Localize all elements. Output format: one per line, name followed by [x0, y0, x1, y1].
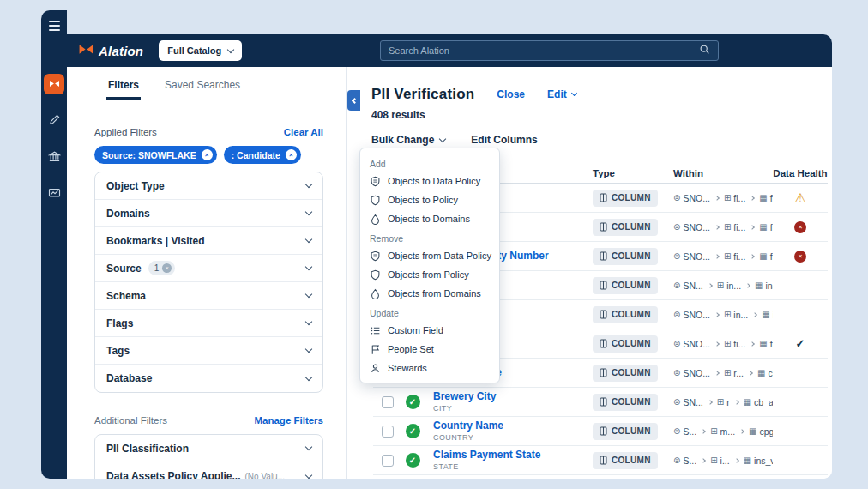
table-row: Social Security NumberCOLUMN⊜SN...⊞fi...… [373, 475, 828, 479]
breadcrumb-item[interactable]: SNO... [683, 193, 710, 203]
breadcrumb-item[interactable]: SNO... [683, 222, 710, 232]
breadcrumb-item[interactable]: S... [683, 426, 696, 437]
menu-item-custom-field[interactable]: Custom Field [360, 321, 499, 340]
within-breadcrumb: ⊜SNO...⊞fi...▦fin... [673, 251, 773, 262]
breadcrumb-item[interactable]: SNO... [683, 339, 710, 349]
menu-item-objects-from-data-policy[interactable]: Objects from Data Policy [360, 246, 499, 265]
row-checkbox[interactable] [382, 396, 394, 408]
breadcrumb-item[interactable]: m... [720, 426, 736, 437]
type-cell: COLUMN [593, 423, 673, 440]
object-name-link[interactable]: Brewery City [433, 391, 593, 403]
object-name-link[interactable]: Claims Payment State [433, 450, 593, 462]
breadcrumb-item[interactable]: i... [720, 456, 730, 466]
remove-filter-icon[interactable]: × [202, 149, 213, 160]
rail-item-governance[interactable] [44, 148, 64, 168]
breadcrumb-item[interactable]: r... [733, 368, 744, 378]
filter-accordion-database[interactable]: Database [95, 365, 322, 392]
breadcrumb-item[interactable]: cpg_... [760, 426, 774, 437]
results-count: 408 results [371, 109, 832, 121]
edit-link[interactable]: Edit [547, 88, 576, 100]
filter-accordion-domains[interactable]: Domains [95, 200, 322, 227]
breadcrumb-item[interactable]: SNO... [683, 368, 710, 378]
menu-item-objects-to-data-policy[interactable]: Objects to Data Policy [360, 172, 499, 190]
tab-filters[interactable]: Filters [106, 75, 141, 100]
applied-filter-chip[interactable]: Source: SNOWFLAKE× [94, 146, 217, 164]
filter-accordion-object-type[interactable]: Object Type [95, 172, 322, 200]
filter-accordion-bookmarks-visited[interactable]: Bookmarks | Visited [95, 227, 322, 255]
full-catalog-button[interactable]: Full Catalog [159, 40, 242, 61]
rail-item-catalog[interactable] [44, 74, 64, 94]
remove-filter-icon[interactable]: × [162, 263, 172, 273]
within-breadcrumb: ⊜S...⊞i...▦ins_vw... [673, 456, 773, 466]
menu-item-label: Objects from Domains [388, 288, 481, 299]
data-policy-icon [370, 176, 381, 187]
menu-item-label: Objects from Data Policy [388, 251, 491, 261]
breadcrumb-item[interactable]: fi... [733, 222, 745, 232]
chevron-right-icon [701, 458, 706, 463]
close-link[interactable]: Close [497, 88, 525, 100]
filter-accordion-data-assets-policy-applie[interactable]: Data Assets Policy Applie...(No Valu... [95, 462, 322, 479]
edit-label: Edit [547, 88, 567, 100]
search-icon[interactable] [699, 43, 710, 58]
remove-filter-icon[interactable]: × [286, 149, 297, 160]
chevron-down-icon [305, 318, 312, 325]
applied-filter-chip[interactable]: : Candidate× [224, 146, 301, 164]
breadcrumb-item[interactable]: cb_... [768, 368, 773, 378]
chevron-down-icon [305, 263, 312, 270]
menu-item-objects-from-domains[interactable]: Objects from Domains [360, 284, 499, 303]
schema-icon: ⊞ [724, 368, 731, 377]
filters-panel: Filters Saved Searches Applied Filters C… [67, 67, 347, 479]
filter-accordion-flags[interactable]: Flags [95, 310, 322, 337]
menu-item-objects-to-policy[interactable]: Objects to Policy [360, 190, 499, 209]
chip-label: : Candidate [232, 150, 280, 160]
chevron-right-icon [734, 458, 739, 463]
chevron-down-icon [305, 291, 312, 298]
breadcrumb-item[interactable]: SN... [683, 281, 702, 291]
breadcrumb-item[interactable]: SNO... [683, 310, 710, 320]
edit-columns-button[interactable]: Edit Columns [471, 134, 537, 146]
breadcrumb-item[interactable]: fi... [733, 339, 745, 349]
menu-item-objects-to-domains[interactable]: Objects to Domains [360, 209, 499, 228]
menu-item-people-set[interactable]: People Set [360, 340, 499, 359]
bulk-change-menu: AddObjects to Data PolicyObjects to Poli… [359, 148, 500, 383]
row-checkbox[interactable] [382, 426, 394, 438]
breadcrumb-item[interactable]: S... [683, 456, 696, 466]
breadcrumb-item[interactable]: SNO... [683, 251, 710, 262]
collapse-panel-button[interactable] [347, 90, 360, 111]
database-icon: ⊜ [673, 251, 680, 261]
breadcrumb-item[interactable]: in... [733, 310, 748, 320]
menu-icon[interactable] [45, 15, 63, 36]
row-checkbox[interactable] [382, 455, 394, 467]
people-set-icon [370, 344, 381, 355]
column-icon [600, 251, 607, 261]
breadcrumb-item[interactable]: in... [726, 281, 741, 291]
breadcrumb-item[interactable]: fi... [733, 251, 745, 262]
breadcrumb-item[interactable]: ins_... [766, 281, 773, 291]
chevron-down-icon [305, 181, 312, 188]
filter-accordion-tags[interactable]: Tags [95, 337, 322, 365]
search-input[interactable] [389, 45, 699, 56]
health-check-icon: ✓ [796, 337, 805, 350]
breadcrumb-item[interactable]: cb_acq... [754, 397, 773, 408]
menu-item-stewards[interactable]: Stewards [360, 359, 499, 377]
chevron-down-icon [439, 135, 446, 142]
type-label: COLUMN [612, 397, 651, 407]
bulk-change-button[interactable]: Bulk Change [371, 134, 445, 146]
clear-all-link[interactable]: Clear All [284, 127, 323, 137]
filter-accordion-pii-classification[interactable]: PII Classification [95, 435, 322, 462]
chevron-down-icon [227, 45, 234, 52]
filter-accordion-source[interactable]: Source1× [95, 255, 322, 282]
breadcrumb-item[interactable]: fi... [733, 193, 745, 203]
menu-item-label: Objects to Policy [388, 195, 458, 205]
manage-filters-link[interactable]: Manage Filters [254, 415, 323, 426]
rail-item-analytics[interactable] [44, 184, 64, 205]
object-name-link[interactable]: Country Name [433, 420, 593, 432]
tab-saved-searches[interactable]: Saved Searches [163, 75, 242, 100]
breadcrumb-item[interactable]: r [726, 397, 730, 408]
rail-item-curation[interactable] [44, 111, 64, 131]
menu-item-objects-from-policy[interactable]: Objects from Policy [360, 265, 499, 284]
logo-text: Alation [99, 44, 143, 58]
breadcrumb-item[interactable]: ins_vw... [754, 456, 773, 466]
breadcrumb-item[interactable]: SN... [683, 397, 702, 408]
filter-accordion-schema[interactable]: Schema [95, 282, 322, 310]
